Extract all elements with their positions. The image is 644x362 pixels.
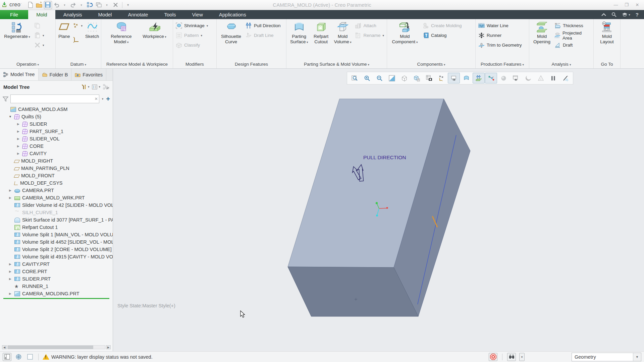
command-search-icon[interactable] [611,12,616,17]
ribbon-tab[interactable]: Model [90,10,120,19]
tree-expander[interactable] [8,115,12,118]
undo-button[interactable] [53,1,61,9]
regenerate-quick-button[interactable] [86,1,94,9]
tree-expander[interactable] [8,189,12,192]
customize-qat-dropdown[interactable]: ▼ [124,1,132,9]
tree-item[interactable]: CAVITY.PRT [0,260,113,268]
closed-quilt-shade-button[interactable] [497,73,509,83]
datum-display-button[interactable] [435,73,447,83]
copy-button[interactable] [33,21,45,30]
pull-direction-display-button[interactable] [473,73,485,83]
group-label-parting[interactable]: Parting Surface & Mold Volume [286,60,387,68]
pause-button[interactable] [547,73,559,83]
ribbon-tab[interactable]: Applications [211,10,254,19]
tree-expander[interactable] [8,270,12,273]
classify-button[interactable]: Classify [175,41,209,49]
group-label-goto[interactable]: Go To [594,60,620,68]
window-switch-dropdown[interactable]: ▾ [103,1,111,9]
filter-clear-icon[interactable]: ✕ [93,97,99,101]
tab-folder-browser[interactable]: Folder B [39,69,72,80]
blank-window-button[interactable] [25,353,34,361]
tree-expander[interactable] [8,277,12,281]
group-label-designfeatures[interactable]: Design Features [217,60,286,68]
tab-favorites[interactable]: Favorites [71,69,106,80]
filter-add-button[interactable]: + [106,96,110,102]
tree-item[interactable]: Skirt Surface id 3077 [PART_SURF_1 - PAR… [0,216,113,224]
open-file-button[interactable] [35,1,43,9]
tree-item[interactable]: SLIDER_VOL [0,135,113,142]
tree-expander[interactable] [8,262,12,266]
tree-item[interactable]: CORE.PRT [0,268,113,275]
graphics-area[interactable]: PULL DIRECTION [113,69,644,351]
tree-item[interactable]: SLIDER [0,120,113,128]
pull-direction-button[interactable]: Pull Direction [245,21,282,30]
browser-toggle-button[interactable] [14,353,23,361]
mold-component-button[interactable]: Mold Component [389,21,421,46]
selection-filter[interactable]: Geometry ▼ [572,353,641,361]
draft-check-button[interactable] [535,73,547,83]
tree-tools-button[interactable]: ▾ [81,84,90,90]
help-icon[interactable]: ? [636,12,639,17]
tree-item[interactable]: Volume Split 2 [CORE - MOLD VOLUME] [0,246,113,253]
datum-point-button[interactable] [72,21,84,30]
minimize-ribbon-icon[interactable] [601,13,606,16]
tree-item[interactable]: MOLD_DEF_CSYS [0,179,113,187]
zoom-in-button[interactable] [361,73,373,83]
mold-volume-button[interactable]: Mold Volume [332,21,353,46]
repaint-button[interactable] [386,73,398,83]
tree-expander[interactable] [8,292,12,295]
minimize-button[interactable]: — [611,1,621,9]
tree-item[interactable]: Quilts (5) [0,113,113,120]
view-manager-button[interactable] [423,73,435,83]
sketch-button[interactable]: Sketch [84,21,100,40]
draft-line-button[interactable]: Draft Line [245,31,282,40]
create-molding-button[interactable]: Create Molding [422,21,463,30]
tree-expander[interactable] [16,130,20,133]
tree-item[interactable]: SILH_CURVE_1 [0,209,113,216]
tab-model-tree[interactable]: Model Tree [0,69,39,80]
tree-item[interactable]: MOLD_FRONT [0,172,113,179]
datum-csys-button[interactable] [72,36,84,44]
redo-dropdown[interactable]: ▾ [77,1,86,9]
projected-area-button[interactable]: Projected Area [553,31,592,40]
tree-item[interactable]: CORE [0,142,113,150]
water-line-button[interactable]: Water Line [477,21,523,30]
tree-item[interactable]: Refpart Cutout 1 [0,224,113,231]
tree-item[interactable]: Volume Split id 4915 [CAVITY - MOLD VOLU… [0,253,113,260]
tree-expander[interactable] [16,137,20,140]
scroll-left-arrow[interactable]: ◀ [2,345,7,349]
silhouette-curve-button[interactable]: Silhouette Curve [218,21,244,45]
save-button[interactable] [44,1,52,9]
refpart-cutout-button[interactable]: Refpart Cutout [311,21,331,45]
group-label-analysis[interactable]: Analysis [529,60,593,68]
tree-horizontal-scrollbar[interactable]: ◀ ▶ [2,345,111,350]
tree-expander[interactable] [8,196,12,199]
tree-item[interactable]: Volume Split 1 [MAIN_VOL - MOLD VOLUME] [0,231,113,238]
ribbon-tab[interactable]: View [184,10,211,19]
group-label-operation[interactable]: Operation [0,60,55,68]
tree-item[interactable]: SLIDER.PRT [0,275,113,283]
redo-button[interactable] [69,1,77,9]
saved-orientations-button[interactable] [411,73,423,83]
trim-to-geometry-button[interactable]: Trim to Geometry [477,41,523,49]
thickness-button[interactable]: 3DThickness [553,21,592,30]
find-dropdown[interactable]: ▾ [519,353,525,361]
learning-center-icon[interactable]: ▾ [622,12,630,17]
datum-plane-button[interactable]: Plane [57,21,71,40]
selection-filter-dropdown[interactable]: ▼ [633,353,641,361]
tree-item[interactable]: RUNNER_1 [0,283,113,290]
ribbon-tab[interactable]: Tools [156,10,184,19]
stop-button[interactable] [489,353,497,361]
zoom-out-button[interactable] [373,73,385,83]
refit-button[interactable] [348,73,361,83]
delete-button[interactable] [33,41,45,49]
annotation-display-button[interactable] [448,73,460,83]
parting-surface-button[interactable]: Parting Surface [288,21,310,46]
group-label-modifiers[interactable]: Modifiers [173,60,216,68]
mold-highlight-button[interactable] [522,73,534,83]
group-label-datum[interactable]: Datum [56,60,101,68]
tree-item[interactable]: Volume Split id 4452 [SLIDER_VOL - MOLD … [0,238,113,246]
display-style-button[interactable] [398,73,410,83]
pull-direction-annotation[interactable]: PULL DIRECTION [363,155,406,160]
close-button[interactable]: ✕ [633,1,642,9]
